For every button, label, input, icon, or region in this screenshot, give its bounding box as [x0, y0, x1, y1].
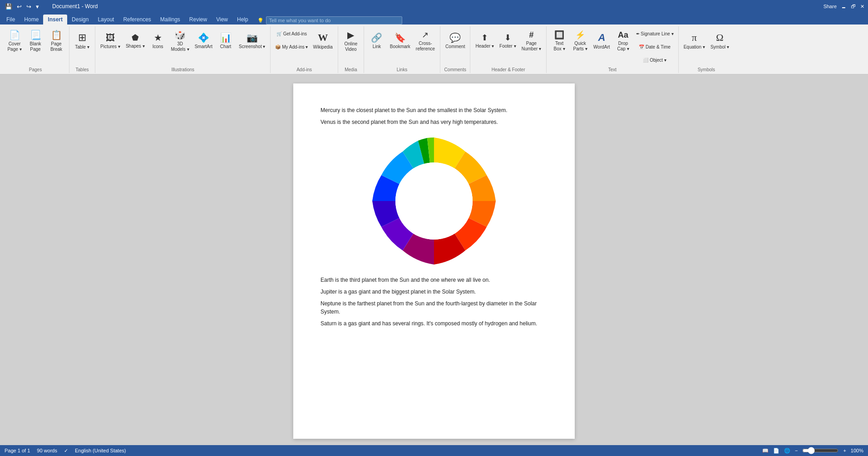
- tab-mailings[interactable]: Mailings: [156, 15, 185, 25]
- smartart-button[interactable]: 💠 SmartArt: [192, 27, 215, 54]
- page-number-button[interactable]: # PageNumber ▾: [519, 27, 543, 54]
- undo-button[interactable]: ↩: [15, 3, 23, 10]
- text-right-col: ✒ Signature Line ▾ 📅 Date & Time ⬜ Objec…: [634, 27, 676, 66]
- zoom-slider[interactable]: [802, 447, 838, 454]
- online-video-button[interactable]: ▶ OnlineVideo: [341, 27, 361, 54]
- page-break-button[interactable]: 📋 PageBreak: [46, 27, 66, 54]
- ribbon-group-tables: ⊞ Table ▾ Tables: [69, 26, 95, 73]
- wikipedia-button[interactable]: W Wikipedia: [311, 27, 335, 54]
- equation-icon: π: [692, 32, 697, 44]
- web-layout-icon[interactable]: 🌐: [784, 448, 790, 454]
- ribbon-group-media: ▶ OnlineVideo Media: [338, 26, 364, 73]
- status-right: 📖 📄 🌐 − + 100%: [762, 447, 863, 454]
- proofing-icon[interactable]: ✓: [64, 448, 68, 454]
- comment-button[interactable]: 💬 Comment: [443, 27, 467, 54]
- title-bar: 💾 ↩ ↪ ▾ Document1 - Word Share 🗕 🗗 ✕: [0, 0, 868, 13]
- link-button[interactable]: 🔗 Link: [367, 27, 387, 54]
- shapes-button[interactable]: ⬟ Shapes ▾: [123, 27, 147, 54]
- close-button[interactable]: ✕: [860, 4, 864, 10]
- tab-review[interactable]: Review: [185, 15, 212, 25]
- equation-button[interactable]: π Equation ▾: [681, 27, 707, 54]
- bookmark-icon: 🔖: [395, 32, 406, 43]
- document-page[interactable]: Mercury is the closest planet to the Sun…: [293, 83, 575, 439]
- wordart-button[interactable]: A WordArt: [591, 27, 612, 54]
- pages-label: Pages: [29, 67, 42, 72]
- icons-button[interactable]: ★ Icons: [148, 27, 168, 54]
- drop-cap-button[interactable]: Aa DropCap ▾: [613, 27, 633, 54]
- tab-insert[interactable]: Insert: [43, 15, 67, 25]
- signature-line-button[interactable]: ✒ Signature Line ▾: [634, 27, 676, 40]
- paragraph-saturn: Saturn is a gas giant and has several ri…: [321, 319, 547, 328]
- get-addins-icon: 🛒 Get Add-ins: [276, 31, 307, 36]
- addins-items: 🛒 Get Add-ins 📦 My Add-ins ▾ W Wikipedia: [273, 27, 335, 66]
- screenshot-button[interactable]: 📷 Screenshot ▾: [237, 27, 267, 54]
- link-icon: 🔗: [371, 32, 382, 43]
- symbols-label: Symbols: [698, 67, 715, 72]
- maximize-button[interactable]: 🗗: [851, 4, 856, 9]
- zoom-out-button[interactable]: −: [795, 448, 798, 453]
- tab-help[interactable]: Help: [232, 15, 253, 25]
- save-button[interactable]: 💾: [4, 3, 14, 10]
- svg-point-2: [395, 162, 473, 240]
- text-box-button[interactable]: 🔲 TextBox ▾: [549, 27, 569, 54]
- print-layout-icon[interactable]: 📄: [773, 448, 779, 454]
- date-time-button[interactable]: 📅 Date & Time: [634, 40, 676, 53]
- tab-design[interactable]: Design: [67, 15, 93, 25]
- table-icon: ⊞: [78, 32, 86, 44]
- share-button[interactable]: Share: [824, 4, 837, 9]
- ribbon-group-pages: 📄 CoverPage ▾ 📃 BlankPage 📋 PageBreak Pa…: [2, 26, 69, 73]
- search-input[interactable]: [266, 16, 402, 25]
- redo-button[interactable]: ↪: [25, 3, 33, 10]
- ribbon-group-header-footer: ⬆ Header ▾ ⬇ Footer ▾ # PageNumber ▾ Hea…: [470, 26, 547, 73]
- bookmark-button[interactable]: 🔖 Bookmark: [388, 27, 413, 54]
- tab-view[interactable]: View: [212, 15, 232, 25]
- zoom-level[interactable]: 100%: [851, 448, 863, 453]
- cross-reference-button[interactable]: ↗ Cross-reference: [414, 27, 437, 54]
- color-wheel-container: [321, 135, 547, 267]
- illustrations-items: 🖼 Pictures ▾ ⬟ Shapes ▾ ★ Icons 🎲 3DMode…: [98, 27, 267, 66]
- date-time-icon: 📅 Date & Time: [639, 44, 671, 49]
- ribbon-group-addins: 🛒 Get Add-ins 📦 My Add-ins ▾ W Wikipedia…: [271, 26, 338, 73]
- word-count: 90 words: [37, 448, 57, 453]
- ribbon-content: 📄 CoverPage ▾ 📃 BlankPage 📋 PageBreak Pa…: [0, 25, 868, 74]
- comment-icon: 💬: [449, 32, 461, 43]
- title-bar-left: 💾 ↩ ↪ ▾ Document1 - Word: [4, 3, 98, 10]
- paragraph-venus: Venus is the second planet from the Sun …: [321, 118, 547, 126]
- status-bar: Page 1 of 1 90 words ✓ English (United S…: [0, 445, 868, 456]
- tables-label: Tables: [76, 67, 89, 72]
- zoom-in-button[interactable]: +: [843, 448, 846, 453]
- 3d-models-button[interactable]: 🎲 3DModels ▾: [169, 27, 192, 54]
- pictures-button[interactable]: 🖼 Pictures ▾: [98, 27, 123, 54]
- customize-qa-button[interactable]: ▾: [35, 3, 40, 10]
- minimize-button[interactable]: 🗕: [841, 4, 846, 9]
- language[interactable]: English (United States): [75, 448, 126, 453]
- tab-layout[interactable]: Layout: [93, 15, 118, 25]
- quick-parts-button[interactable]: ⚡ QuickParts ▾: [570, 27, 590, 54]
- footer-button[interactable]: ⬇ Footer ▾: [497, 27, 518, 54]
- cross-reference-icon: ↗: [422, 30, 429, 40]
- read-mode-icon[interactable]: 📖: [762, 448, 769, 454]
- doc-title: Document1 - Word: [52, 3, 98, 10]
- ribbon-tabs: File Home Insert Design Layout Reference…: [0, 13, 868, 25]
- cover-page-button[interactable]: 📄 CoverPage ▾: [5, 27, 25, 54]
- 3d-models-icon: 🎲: [174, 29, 186, 40]
- symbol-button[interactable]: Ω Symbol ▾: [708, 27, 731, 54]
- object-button[interactable]: ⬜ Object ▾: [634, 54, 676, 66]
- tab-references[interactable]: References: [118, 15, 155, 25]
- tab-home[interactable]: Home: [20, 15, 43, 25]
- my-addins-button[interactable]: 📦 My Add-ins ▾: [273, 40, 310, 53]
- title-bar-right: Share 🗕 🗗 ✕: [824, 4, 864, 10]
- blank-page-button[interactable]: 📃 BlankPage: [25, 27, 45, 54]
- media-label: Media: [345, 67, 357, 72]
- tab-file[interactable]: File: [2, 15, 20, 25]
- pictures-icon: 🖼: [106, 33, 115, 43]
- header-button[interactable]: ⬆ Header ▾: [473, 27, 496, 54]
- get-addins-button[interactable]: 🛒 Get Add-ins: [273, 27, 310, 40]
- table-button[interactable]: ⊞ Table ▾: [72, 27, 92, 54]
- smartart-icon: 💠: [198, 32, 209, 43]
- media-items: ▶ OnlineVideo: [341, 27, 361, 66]
- chart-button[interactable]: 📊 Chart: [216, 27, 236, 54]
- text-items: 🔲 TextBox ▾ ⚡ QuickParts ▾ A WordArt Aa …: [549, 27, 676, 66]
- quick-access-toolbar: 💾 ↩ ↪ ▾: [4, 3, 40, 10]
- my-addins-icon: 📦 My Add-ins ▾: [275, 44, 308, 49]
